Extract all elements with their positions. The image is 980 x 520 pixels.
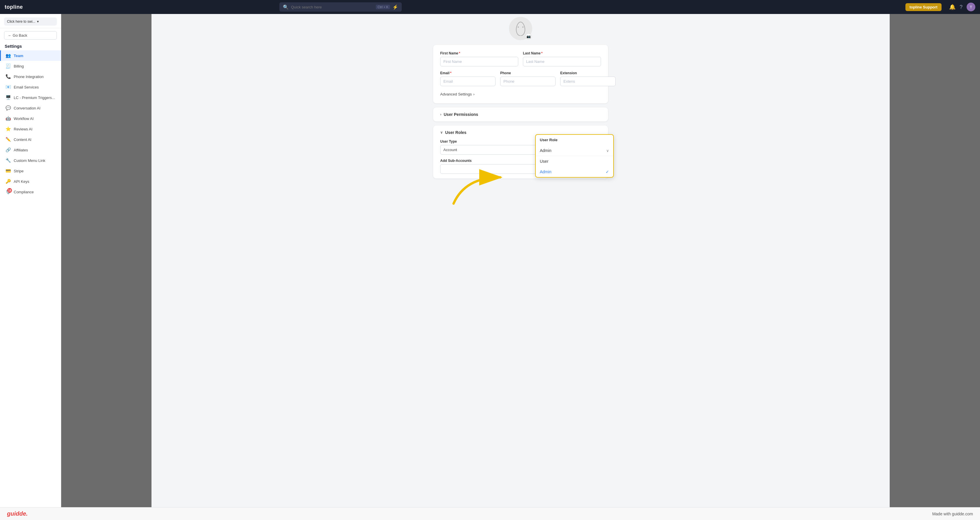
user-roles-section: ∨ User Roles User Type Account ∨ <box>433 125 608 179</box>
go-back-button[interactable]: ← Go Back <box>4 31 57 40</box>
sidebar-item-stripe[interactable]: 💳 Stripe <box>0 166 61 176</box>
help-icon[interactable]: ? <box>959 4 963 10</box>
user-role-label: User Role <box>536 135 613 144</box>
email-group: Email* <box>440 71 496 86</box>
extension-label: Extension <box>560 71 616 75</box>
app-logo: topline <box>5 4 23 10</box>
dropdown-option-user[interactable]: User <box>536 156 613 166</box>
sidebar-item-reviews-ai[interactable]: ⭐ Reviews AI <box>0 124 61 134</box>
dropdown-selected-row[interactable]: Admin ∨ <box>536 145 613 156</box>
notification-icon[interactable]: 🔔 <box>949 4 956 10</box>
extension-group: Extension <box>560 71 616 86</box>
search-input[interactable] <box>291 5 374 10</box>
yellow-arrow-annotation <box>448 168 512 208</box>
sidebar-item-email-services[interactable]: 📧 Email Services <box>0 82 61 92</box>
first-name-group: First Name* <box>440 51 518 67</box>
switch-button[interactable]: Click here to swi... ▾ <box>4 17 57 25</box>
svg-point-1 <box>522 27 523 28</box>
user-permissions-title[interactable]: › User Permissions <box>440 112 601 117</box>
sidebar: Click here to swi... ▾ ← Go Back Setting… <box>0 14 61 507</box>
last-name-input[interactable] <box>523 57 601 67</box>
sidebar-item-lc-premium-triggers[interactable]: 🖥️ LC - Premium Triggers... <box>0 92 61 103</box>
nav-icons: 🔔 ? T <box>949 3 975 11</box>
sidebar-top: Click here to swi... ▾ <box>0 14 61 28</box>
avatar[interactable]: T <box>967 3 975 11</box>
bolt-icon[interactable]: ⚡ <box>392 4 398 10</box>
search-icon: 🔍 <box>283 4 289 10</box>
dropdown-selected-text: Admin <box>540 148 552 153</box>
sidebar-item-api-keys[interactable]: 🔑 API Keys <box>0 176 61 187</box>
switch-label: Click here to swi... <box>7 19 35 24</box>
compliance-badge: 18 <box>7 188 12 193</box>
conversation-icon: 💬 <box>6 105 11 111</box>
top-navigation: topline 🔍 Ctrl + K ⚡ topline Support 🔔 ?… <box>0 0 980 14</box>
last-name-group: Last Name* <box>523 51 601 67</box>
dropdown-option-admin-label: Admin <box>540 170 552 174</box>
sidebar-item-label: Team <box>14 54 23 58</box>
email-input[interactable] <box>440 76 496 86</box>
email-icon: 📧 <box>6 84 11 90</box>
svg-point-0 <box>518 27 519 28</box>
sidebar-item-billing[interactable]: 🧾 Billing <box>0 61 61 71</box>
sidebar-item-content-ai[interactable]: ✏️ Content AI <box>0 134 61 145</box>
phone-input[interactable] <box>500 76 555 86</box>
sidebar-item-compliance[interactable]: 🛡️ 18 Compliance <box>0 187 61 197</box>
settings-label: Settings <box>0 41 61 51</box>
advanced-settings-label: Advanced Settings <box>440 92 472 97</box>
reviews-icon: ⭐ <box>6 126 11 132</box>
sidebar-item-label: Billing <box>14 64 24 68</box>
api-keys-icon: 🔑 <box>6 179 11 184</box>
sidebar-item-workflow-ai[interactable]: 🤖 Workflow AI <box>0 113 61 124</box>
chevron-down-icon: ∨ <box>440 130 443 135</box>
affiliates-icon: 🔗 <box>6 147 11 152</box>
lc-icon: 🖥️ <box>6 95 11 100</box>
dropdown-option-admin[interactable]: Admin ✓ <box>536 166 613 177</box>
extension-input[interactable] <box>560 76 616 86</box>
sidebar-item-label: Compliance <box>14 190 34 194</box>
center-form: 📷 First Name* Last Name* <box>433 14 608 191</box>
dropdown-option-user-label: User <box>540 159 549 163</box>
user-role-dropdown: User Role Admin ∨ User Admin ✓ <box>535 134 614 178</box>
sidebar-item-label: API Keys <box>14 179 29 184</box>
phone-icon: 📞 <box>6 74 11 79</box>
sidebar-item-team[interactable]: 👥 Team <box>0 51 61 61</box>
sidebar-item-label: Reviews AI <box>14 127 32 131</box>
last-name-label: Last Name* <box>523 51 601 55</box>
sidebar-item-label: Email Services <box>14 85 39 89</box>
compliance-icon: 🛡️ 18 <box>6 189 11 195</box>
user-permissions-label: User Permissions <box>444 112 478 117</box>
phone-group: Phone <box>500 71 555 86</box>
sidebar-item-label: LC - Premium Triggers... <box>14 95 55 100</box>
check-icon: ✓ <box>606 170 609 174</box>
name-row: First Name* Last Name* <box>440 51 601 67</box>
left-overlay-panel <box>61 14 151 507</box>
first-name-input[interactable] <box>440 57 518 67</box>
search-shortcut: Ctrl + K <box>376 5 390 10</box>
avatar-row: 📷 <box>433 17 608 40</box>
camera-icon[interactable]: 📷 <box>525 33 532 40</box>
user-roles-label: User Roles <box>445 130 466 135</box>
sidebar-item-label: Custom Menu Link <box>14 159 45 163</box>
right-overlay-panel <box>890 14 980 507</box>
advanced-settings-link[interactable]: Advanced Settings › <box>440 91 601 98</box>
sidebar-item-label: Stripe <box>14 169 24 173</box>
first-name-label: First Name* <box>440 51 518 55</box>
user-form-card: First Name* Last Name* Email* <box>433 45 608 103</box>
content-icon: ✏️ <box>6 137 11 142</box>
email-label: Email* <box>440 71 496 75</box>
stripe-icon: 💳 <box>6 168 11 174</box>
contact-row: Email* Phone Extension <box>440 71 601 86</box>
phone-label: Phone <box>500 71 555 75</box>
sidebar-item-custom-menu-link[interactable]: 🔧 Custom Menu Link <box>0 155 61 166</box>
sidebar-item-affiliates[interactable]: 🔗 Affiliates <box>0 145 61 155</box>
app-layout: Click here to swi... ▾ ← Go Back Setting… <box>0 14 980 507</box>
support-button[interactable]: topline Support <box>905 3 942 11</box>
sidebar-item-phone-integration[interactable]: 📞 Phone Integration <box>0 71 61 82</box>
search-bar[interactable]: 🔍 Ctrl + K ⚡ <box>279 2 402 12</box>
workflow-icon: 🤖 <box>6 116 11 121</box>
dropdown-chevron-icon: ∨ <box>606 149 609 153</box>
user-avatar-circle: 📷 <box>509 17 532 40</box>
team-icon: 👥 <box>6 53 11 58</box>
sidebar-item-conversation-ai[interactable]: 💬 Conversation AI <box>0 103 61 113</box>
user-permissions-section: › User Permissions <box>433 108 608 121</box>
